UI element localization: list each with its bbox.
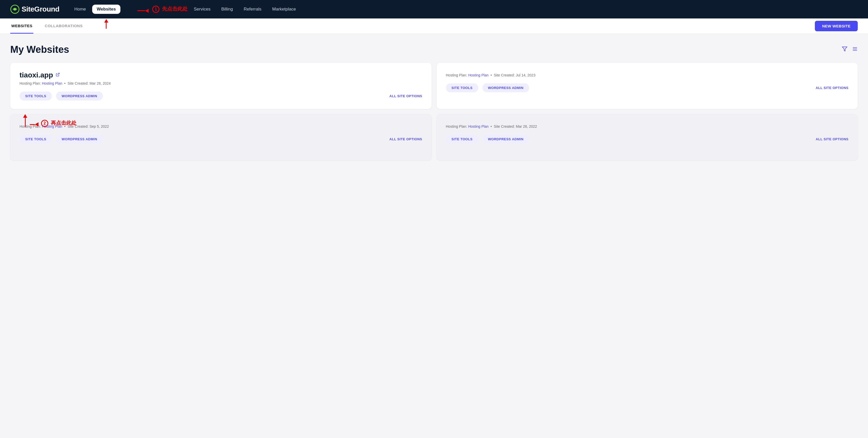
page-title: My Websites	[10, 44, 69, 55]
site-actions-2: SITE TOOLS WORDPRESS ADMIN ALL SITE OPTI…	[446, 83, 849, 92]
tab-collaborations[interactable]: COLLABORATIONS	[44, 19, 84, 34]
site-card-4: Hosting Plan: Hosting Plan • Site Create…	[437, 114, 858, 160]
nav-websites[interactable]: Websites	[92, 5, 120, 14]
websites-grid: tiaoxi.app Hosting Plan: Hosting Plan • …	[10, 63, 858, 160]
site-tools-btn-3[interactable]: SITE TOOLS	[20, 135, 52, 144]
nav-marketplace[interactable]: Marketplace	[268, 5, 301, 14]
tab-websites[interactable]: WEBSITES	[10, 19, 33, 34]
nav-home[interactable]: Home	[69, 5, 90, 14]
logo-text: SiteGround	[22, 5, 59, 13]
external-link-icon-1[interactable]	[56, 73, 60, 78]
site-tools-btn-4[interactable]: SITE TOOLS	[446, 135, 478, 144]
site-actions-4: SITE TOOLS WORDPRESS ADMIN ALL SITE OPTI…	[446, 135, 849, 144]
step1-annotation: 1 先点击此处	[137, 5, 188, 13]
logo-icon	[10, 5, 20, 14]
site-meta-3: Hosting Plan: Hosting Plan • Site Create…	[20, 124, 422, 129]
wp-admin-btn-2[interactable]: WORDPRESS ADMIN	[483, 83, 529, 92]
all-options-link-4[interactable]: ALL SITE OPTIONS	[816, 137, 848, 141]
step2-annotation: 2 再点击此处	[23, 114, 76, 127]
site-card-2: Hosting Plan: Hosting Plan • Site Create…	[437, 63, 858, 109]
hosting-plan-link-2[interactable]: Hosting Plan	[468, 73, 489, 77]
site-name-1: tiaoxi.app	[20, 71, 422, 79]
site-meta-1: Hosting Plan: Hosting Plan • Site Create…	[20, 81, 422, 86]
wp-admin-btn-1[interactable]: WORDPRESS ADMIN	[56, 92, 103, 101]
site-actions-3: SITE TOOLS WORDPRESS ADMIN ALL SITE OPTI…	[20, 135, 422, 144]
svg-point-1	[14, 8, 16, 10]
all-options-link-1[interactable]: ALL SITE OPTIONS	[390, 94, 422, 98]
menu-icon[interactable]	[852, 46, 858, 53]
sub-nav: WEBSITES COLLABORATIONS NEW WEBSITE	[0, 19, 868, 34]
new-website-button[interactable]: NEW WEBSITE	[815, 21, 858, 31]
main-content: My Websites tiaoxi.app	[0, 34, 868, 171]
svg-marker-2	[842, 47, 847, 51]
header-icons	[842, 46, 858, 53]
sub-nav-tabs: WEBSITES COLLABORATIONS	[10, 19, 84, 34]
nav-links: Home Websites 1 先点击此处 Serv	[69, 5, 858, 14]
site-meta-4: Hosting Plan: Hosting Plan • Site Create…	[446, 124, 849, 129]
wp-admin-btn-3[interactable]: WORDPRESS ADMIN	[56, 135, 103, 144]
filter-icon[interactable]	[842, 46, 847, 53]
all-options-link-2[interactable]: ALL SITE OPTIONS	[816, 86, 848, 90]
nav-services[interactable]: Services	[189, 5, 215, 14]
page-header: My Websites	[10, 44, 858, 55]
top-nav: SiteGround Home Websites	[0, 0, 868, 19]
nav-referrals[interactable]: Referrals	[239, 5, 266, 14]
hosting-plan-link-4[interactable]: Hosting Plan	[468, 124, 489, 129]
all-options-link-3[interactable]: ALL SITE OPTIONS	[390, 137, 422, 141]
nav-billing[interactable]: Billing	[217, 5, 238, 14]
site-tools-btn-1[interactable]: SITE TOOLS	[20, 92, 52, 101]
site-tools-btn-2[interactable]: SITE TOOLS	[446, 83, 478, 92]
site-card-1: tiaoxi.app Hosting Plan: Hosting Plan • …	[10, 63, 432, 109]
site-actions-1: SITE TOOLS WORDPRESS ADMIN ALL SITE OPTI…	[20, 92, 422, 101]
logo-area[interactable]: SiteGround	[10, 5, 59, 14]
hosting-plan-link-1[interactable]: Hosting Plan	[42, 81, 62, 86]
svg-line-6	[57, 73, 59, 75]
wp-admin-btn-4[interactable]: WORDPRESS ADMIN	[483, 135, 529, 144]
site-meta-2: Hosting Plan: Hosting Plan • Site Create…	[446, 73, 849, 77]
